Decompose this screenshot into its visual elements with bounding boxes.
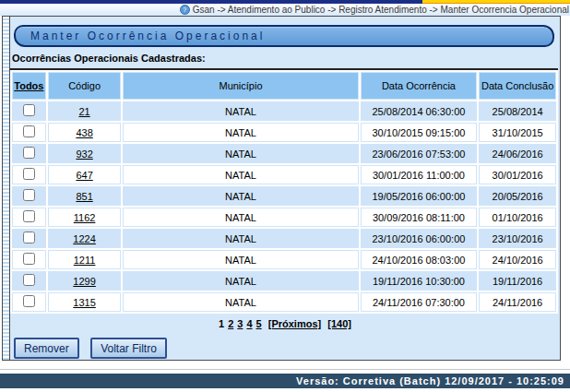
select-all-link[interactable]: Todos	[14, 80, 43, 91]
data-conclusao-cell: 01/10/2016	[479, 208, 556, 227]
data-ocorrencia-cell: 19/11/2016 10:30:00	[361, 271, 478, 291]
codigo-link[interactable]: 1224	[73, 233, 95, 244]
header-data-ocorrencia: Data Ocorrência	[361, 72, 478, 100]
data-ocorrencia-cell: 30/01/2016 11:00:00	[361, 165, 478, 184]
data-conclusao-cell: 25/08/2014	[479, 101, 556, 121]
pagination-last-link[interactable]: [140]	[327, 318, 351, 329]
codigo-link[interactable]: 647	[76, 170, 92, 181]
data-ocorrencia-cell: 24/10/2016 08:03:00	[361, 250, 478, 269]
table-row: 647 NATAL 30/01/2016 11:00:00 30/01/2016	[12, 165, 556, 184]
codigo-link[interactable]: 21	[78, 106, 89, 117]
municipio-cell: NATAL	[123, 292, 358, 312]
row-checkbox[interactable]	[23, 253, 35, 265]
row-checkbox[interactable]	[23, 189, 35, 201]
table-row: 1211 NATAL 24/10/2016 08:03:00 24/10/201…	[12, 250, 556, 269]
breadcrumb: Gsan -> Atendimento ao Publico -> Regist…	[193, 5, 570, 15]
municipio-cell: NATAL	[123, 123, 358, 142]
section-label: Ocorrências Operacionais Cadastradas:	[12, 53, 560, 64]
header-municipio: Município	[123, 72, 358, 100]
voltar-filtro-button[interactable]: Voltar Filtro	[90, 338, 167, 359]
table-row: 1315 NATAL 24/11/2016 07:30:00 24/11/201…	[12, 292, 556, 312]
data-ocorrencia-cell: 23/06/2016 07:53:00	[361, 144, 478, 163]
data-conclusao-cell: 30/01/2016	[479, 165, 556, 184]
ocorrencias-table: Todos Código Município Data Ocorrência D…	[10, 68, 558, 314]
data-ocorrencia-cell: 25/08/2014 06:30:00	[361, 101, 478, 121]
pagination-page-link[interactable]: 3	[237, 318, 243, 329]
data-ocorrencia-cell: 30/09/2016 08:11:00	[361, 208, 478, 227]
data-ocorrencia-cell: 19/05/2016 06:00:00	[361, 186, 478, 206]
pagination-page-link[interactable]: 4	[246, 318, 252, 329]
pagination-page-link[interactable]: 2	[228, 318, 233, 329]
pagination: 12345 [Próximos] [140]	[10, 318, 560, 329]
table-row: 1162 NATAL 30/09/2016 08:11:00 01/10/201…	[12, 208, 556, 227]
pagination-page-link[interactable]: 5	[256, 318, 262, 329]
codigo-link[interactable]: 438	[76, 127, 92, 138]
codigo-link[interactable]: 1315	[73, 297, 95, 308]
row-checkbox[interactable]	[23, 104, 35, 116]
codigo-link[interactable]: 1211	[74, 255, 96, 266]
page-title: Manter Ocorrência Operacional	[14, 25, 554, 47]
data-conclusao-cell: 24/10/2016	[479, 250, 556, 269]
data-conclusao-cell: 24/11/2016	[479, 292, 556, 312]
codigo-link[interactable]: 851	[76, 191, 92, 202]
municipio-cell: NATAL	[123, 271, 358, 291]
footer-divider	[0, 369, 570, 370]
row-checkbox[interactable]	[23, 168, 35, 180]
codigo-link[interactable]: 932	[76, 148, 92, 160]
data-ocorrencia-cell: 23/10/2016 06:00:00	[361, 229, 478, 248]
municipio-cell: NATAL	[123, 229, 358, 248]
municipio-cell: NATAL	[123, 208, 358, 227]
data-ocorrencia-cell: 24/11/2016 07:30:00	[361, 292, 478, 312]
municipio-cell: NATAL	[123, 186, 358, 206]
help-icon[interactable]: ?	[180, 5, 190, 15]
row-checkbox[interactable]	[23, 125, 35, 137]
data-conclusao-cell: 19/11/2016	[479, 271, 556, 291]
row-checkbox[interactable]	[23, 232, 35, 244]
table-row: 21 NATAL 25/08/2014 06:30:00 25/08/2014	[12, 101, 556, 121]
header-codigo: Código	[48, 72, 122, 100]
codigo-link[interactable]: 1299	[73, 276, 95, 287]
data-conclusao-cell: 24/06/2016	[479, 144, 556, 163]
data-conclusao-cell: 20/05/2016	[479, 186, 556, 206]
row-checkbox[interactable]	[23, 147, 35, 159]
table-row: 438 NATAL 30/10/2015 09:15:00 31/10/2015	[12, 123, 556, 142]
header-data-conclusao: Data Conclusão	[479, 72, 556, 100]
row-checkbox[interactable]	[23, 274, 35, 286]
row-checkbox[interactable]	[23, 210, 35, 222]
pagination-current-page: 1	[219, 318, 224, 329]
version-footer: Versão: Corretiva (Batch) 12/09/2017 - 1…	[0, 374, 570, 388]
table-row: 1224 NATAL 23/10/2016 06:00:00 23/10/201…	[12, 229, 556, 248]
breadcrumb-bar: ? Gsan -> Atendimento ao Publico -> Regi…	[0, 4, 570, 16]
data-conclusao-cell: 31/10/2015	[479, 123, 556, 142]
row-checkbox[interactable]	[23, 295, 35, 307]
main-panel: Manter Ocorrência Operacional Ocorrência…	[2, 16, 561, 361]
left-decorative-stripes	[3, 17, 10, 360]
table-row: 932 NATAL 23/06/2016 07:53:00 24/06/2016	[12, 144, 556, 163]
municipio-cell: NATAL	[123, 165, 358, 184]
pagination-next-link[interactable]: [Próximos]	[268, 318, 321, 329]
table-row: 1299 NATAL 19/11/2016 10:30:00 19/11/201…	[12, 271, 556, 291]
codigo-link[interactable]: 1162	[74, 212, 96, 223]
remover-button[interactable]: Remover	[14, 338, 79, 359]
table-row: 851 NATAL 19/05/2016 06:00:00 20/05/2016	[12, 186, 556, 206]
municipio-cell: NATAL	[123, 144, 358, 163]
data-ocorrencia-cell: 30/10/2015 09:15:00	[361, 123, 478, 142]
table-header-row: Todos Código Município Data Ocorrência D…	[12, 72, 556, 100]
municipio-cell: NATAL	[123, 250, 358, 269]
action-buttons: Remover Voltar Filtro	[14, 338, 560, 359]
data-conclusao-cell: 23/10/2016	[479, 229, 556, 248]
municipio-cell: NATAL	[123, 101, 358, 121]
